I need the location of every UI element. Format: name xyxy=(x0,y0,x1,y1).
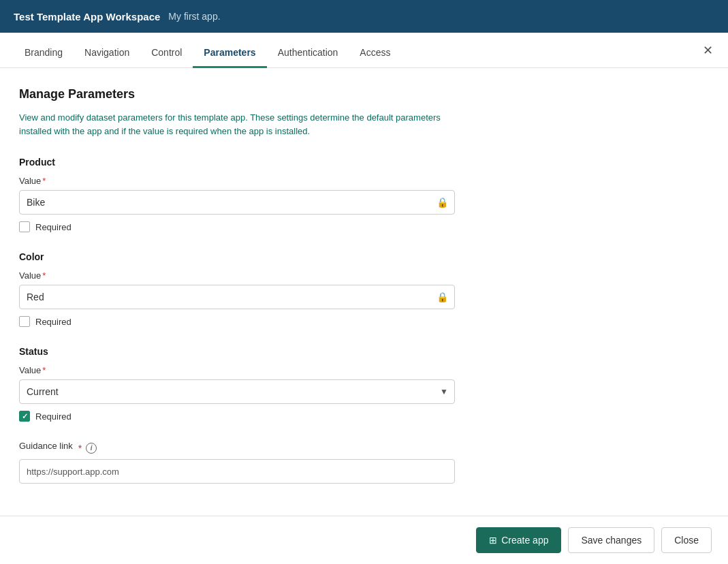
status-required-checkbox[interactable] xyxy=(19,411,30,422)
save-changes-button[interactable]: Save changes xyxy=(568,527,654,553)
guidance-info-icon: i xyxy=(86,443,97,454)
tab-parameters[interactable]: Parameters xyxy=(193,37,266,68)
color-section: Color Value* 🔒 Required xyxy=(19,251,709,327)
status-value-select[interactable]: Current Archived Pending xyxy=(19,379,455,404)
modal-container: Test Template App Workspace My first app… xyxy=(0,0,728,564)
page-title: Manage Parameters xyxy=(19,87,709,101)
color-value-input[interactable] xyxy=(19,285,455,309)
status-section: Status Value* Current Archived Pending ▼… xyxy=(19,346,709,422)
color-input-wrapper: 🔒 xyxy=(19,285,455,309)
color-required-label: Required xyxy=(35,317,72,327)
product-required-checkbox[interactable] xyxy=(19,221,30,232)
tab-bar: Branding Navigation Control Parameters A… xyxy=(0,33,728,68)
status-required-star: * xyxy=(42,365,46,375)
tab-navigation[interactable]: Navigation xyxy=(74,37,140,68)
guidance-label-row: Guidance link * i xyxy=(19,441,709,455)
guidance-required-star: * xyxy=(78,443,82,454)
product-input-wrapper: 🔒 xyxy=(19,190,455,215)
product-section-title: Product xyxy=(19,157,709,168)
status-value-label: Value* xyxy=(19,365,709,375)
tab-branding[interactable]: Branding xyxy=(14,37,74,68)
product-required-star: * xyxy=(42,176,46,186)
save-changes-label: Save changes xyxy=(581,535,642,546)
status-select-wrapper: Current Archived Pending ▼ xyxy=(19,379,455,404)
guidance-link-label: Guidance link xyxy=(19,441,73,451)
guidance-link-section: Guidance link * i xyxy=(19,441,709,484)
color-required-row: Required xyxy=(19,316,709,327)
close-icon: ✕ xyxy=(703,43,713,58)
status-required-label: Required xyxy=(35,411,72,422)
create-app-label: Create app xyxy=(501,535,548,546)
color-section-title: Color xyxy=(19,251,709,262)
product-required-label: Required xyxy=(35,222,72,232)
product-value-input[interactable] xyxy=(19,190,455,215)
header-bar: Test Template App Workspace My first app… xyxy=(0,0,728,33)
color-value-label: Value* xyxy=(19,270,709,281)
guidance-link-input[interactable] xyxy=(19,459,455,484)
tab-authentication[interactable]: Authentication xyxy=(267,37,349,68)
content-area: Manage Parameters View and modify datase… xyxy=(0,68,728,516)
header-title: Test Template App Workspace xyxy=(14,11,160,22)
page-description: View and modify dataset parameters for t… xyxy=(19,111,441,138)
product-value-label: Value* xyxy=(19,176,709,186)
footer: ⊞ Create app Save changes Close xyxy=(0,516,728,564)
tab-control[interactable]: Control xyxy=(140,37,193,68)
modal-close-button[interactable]: ✕ xyxy=(698,41,717,60)
header-subtitle: My first app. xyxy=(168,11,220,22)
close-label: Close xyxy=(674,535,699,546)
close-button[interactable]: Close xyxy=(661,527,712,553)
tab-access[interactable]: Access xyxy=(349,37,401,68)
status-required-row: Required xyxy=(19,411,709,422)
color-required-star: * xyxy=(42,270,46,281)
color-required-checkbox[interactable] xyxy=(19,316,30,327)
product-required-row: Required xyxy=(19,221,709,232)
create-app-icon: ⊞ xyxy=(489,535,497,546)
status-section-title: Status xyxy=(19,346,709,357)
create-app-button[interactable]: ⊞ Create app xyxy=(476,527,561,553)
product-section: Product Value* 🔒 Required xyxy=(19,157,709,232)
